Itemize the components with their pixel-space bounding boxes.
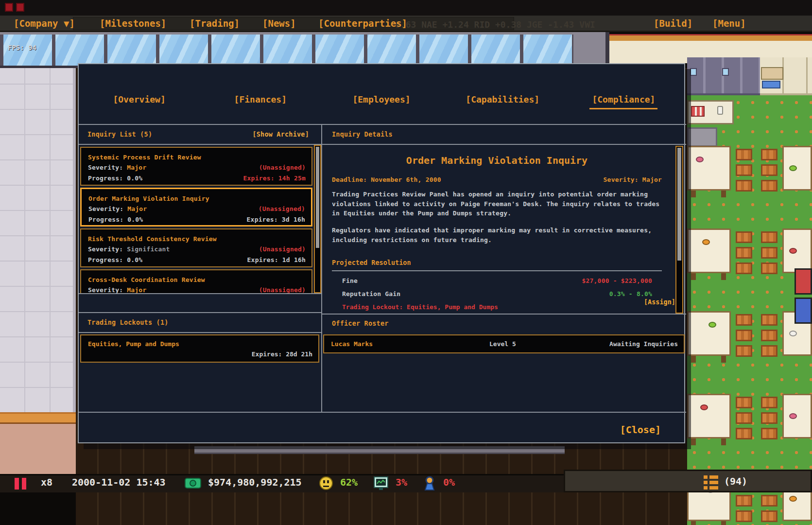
trading-lockout-note: Trading Lockout: Equities, Pump and Dump… xyxy=(342,303,498,311)
game-screen: 0.63 NAE +1.24 RID +0.38 JGE -1.43 VWI [… xyxy=(0,0,812,525)
menu-company-button[interactable]: [Company ▼] xyxy=(14,18,75,29)
cafeteria-chair xyxy=(761,495,777,507)
locker-window xyxy=(690,68,697,76)
food-tray xyxy=(691,106,705,117)
game-datetime: 2000-11-02 15:43 xyxy=(72,476,166,488)
menu-build-button[interactable]: [Build] xyxy=(654,18,692,29)
fps-counter: FPS: 94 xyxy=(8,44,36,52)
assignment-status: (Unassigned) xyxy=(259,286,306,293)
food-item xyxy=(789,165,797,171)
officer-row-lucas-marks[interactable]: Lucas Marks Level 5 Awaiting Inquiries xyxy=(323,334,685,353)
task-counter: (94) xyxy=(724,475,747,487)
progress-label: Progress: 0.0% xyxy=(88,175,142,182)
tab-capabilities[interactable]: [Capabilities] xyxy=(442,64,563,124)
game-speed[interactable]: x8 xyxy=(41,476,52,488)
projected-resolution-title: Projected Resolution xyxy=(332,259,411,266)
tab-finances[interactable]: [Finances] xyxy=(200,64,321,124)
pause-button[interactable] xyxy=(15,478,27,490)
cafeteria-chair xyxy=(736,510,752,522)
severity-value: Major xyxy=(127,205,147,212)
menu-milestones-button[interactable]: [Milestones] xyxy=(100,18,166,29)
food-item xyxy=(691,273,696,280)
cafeteria-wall xyxy=(609,41,687,63)
task-list-icon[interactable] xyxy=(704,475,718,490)
officer-name: Lucas Marks xyxy=(331,340,489,348)
assign-button[interactable]: [Assign] xyxy=(644,298,675,306)
food-item xyxy=(700,404,708,410)
menu-menu-button[interactable]: [Menu] xyxy=(712,18,746,29)
food-item xyxy=(696,157,704,162)
top-menu-bar: 0.63 NAE +1.24 RID +0.38 JGE -1.43 VWI [… xyxy=(0,16,812,32)
inquiry-card-cross-desk[interactable]: Cross-Desk Coordination Review Severity:… xyxy=(80,269,312,293)
assignment-status: (Unassigned) xyxy=(259,245,306,253)
cafeteria-table xyxy=(687,394,731,438)
wall-trim xyxy=(0,412,76,424)
mood-smiley-icon xyxy=(319,476,333,492)
staff-percent: 0% xyxy=(443,476,455,488)
mood-percent: 62% xyxy=(340,476,358,488)
floor-left xyxy=(0,424,76,474)
officer-roster-title: Officer Roster xyxy=(332,319,389,327)
inquiry-card-risk-threshold[interactable]: Risk Threshold Consistency Review Severi… xyxy=(80,228,312,267)
cafeteria-chair xyxy=(736,149,752,160)
cafeteria-chair xyxy=(736,231,752,243)
background-counter xyxy=(194,446,565,454)
cafeteria-chair xyxy=(736,495,752,507)
details-scrollbar[interactable] xyxy=(675,146,683,314)
food-item xyxy=(789,496,797,502)
tab-employees[interactable]: [Employees] xyxy=(321,64,442,124)
background-red-block xyxy=(5,3,13,12)
progress-label: Progress: 0.0% xyxy=(88,256,142,263)
food-item xyxy=(721,273,726,280)
inquiry-description: Trading Practices Review Panel has opene… xyxy=(332,190,660,218)
inquiry-card-systemic-process-drift[interactable]: Systemic Process Drift Review Severity: … xyxy=(80,147,312,186)
cafeteria-chair xyxy=(761,314,777,326)
severity-label: Severity: xyxy=(88,164,123,171)
trading-lockouts-title: Trading Lockouts (1) xyxy=(87,318,169,326)
inquiry-card-order-marking-violation[interactable]: Order Marking Violation Inquiry Severity… xyxy=(80,188,312,227)
cafeteria-chair xyxy=(761,397,777,408)
tab-overview[interactable]: [Overview] xyxy=(79,64,200,124)
show-archive-button[interactable]: [Show Archive] xyxy=(252,130,309,138)
food-item xyxy=(721,191,726,197)
microwave xyxy=(761,67,783,80)
market-ticker-text: 0.63 NAE +1.24 RID +0.38 JGE -1.43 VWI xyxy=(395,19,595,30)
cafeteria-chair xyxy=(736,330,752,341)
inquiry-heading: Order Marking Violation Inquiry xyxy=(332,155,662,166)
menu-counterparties-button[interactable]: [Counterparties] xyxy=(318,18,407,29)
food-item xyxy=(691,191,696,197)
company-compliance-modal: [Overview] [Finances] [Employees] [Capab… xyxy=(78,63,685,443)
cafeteria-chair xyxy=(761,428,777,439)
cafeteria-wall xyxy=(687,41,812,58)
cafeteria-table xyxy=(782,146,812,191)
assignment-status: (Unassigned) xyxy=(259,205,305,212)
cafeteria-chair xyxy=(736,314,752,326)
money-icon xyxy=(185,477,201,491)
severity-value: Major xyxy=(127,164,146,171)
top-strip xyxy=(0,0,812,16)
notifications-panel[interactable] xyxy=(564,470,812,492)
food-item xyxy=(721,521,726,525)
inquiry-list-scrollbar[interactable] xyxy=(314,145,321,293)
officer-status: Awaiting Inquiries xyxy=(609,340,678,348)
office-windows xyxy=(0,32,573,68)
cafeteria-chair xyxy=(736,164,752,176)
cafeteria-chair xyxy=(761,262,777,274)
reputation-label: Reputation Gain xyxy=(342,290,400,298)
expires-label: Expires: 3d 16h xyxy=(247,216,305,223)
food-item xyxy=(721,438,726,445)
officer-level: Level 5 xyxy=(489,340,516,348)
cafeteria-chair xyxy=(736,397,752,408)
staff-person-icon xyxy=(423,475,436,493)
vending-machine-blue xyxy=(795,298,812,324)
menu-trading-button[interactable]: [Trading] xyxy=(190,18,240,29)
menu-news-button[interactable]: [News] xyxy=(262,18,296,29)
severity-value: Significant xyxy=(127,245,170,253)
close-button[interactable]: [Close] xyxy=(620,424,661,436)
cafeteria-chair xyxy=(761,412,777,424)
food-item xyxy=(691,356,696,363)
fine-label: Fine xyxy=(342,277,358,284)
food-item xyxy=(708,322,716,328)
tab-compliance[interactable]: [Compliance] xyxy=(563,64,684,124)
money-amount: $974,980,992,215 xyxy=(208,476,302,488)
